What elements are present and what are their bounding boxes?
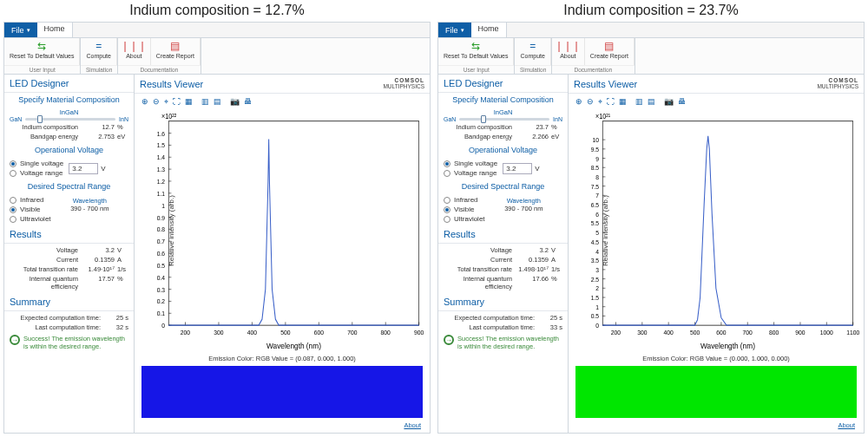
result-current-label: Current <box>444 256 516 264</box>
compute-button-label: Compute <box>520 53 544 59</box>
zoom-out-icon[interactable]: ⊖ <box>587 97 594 107</box>
zoom-extents-icon[interactable]: ⛶ <box>173 97 181 107</box>
tab-home[interactable]: Home <box>37 23 73 37</box>
main-area: LED DesignerSpecify Material Composition… <box>438 75 864 433</box>
led-designer-header: LED Designer <box>438 75 568 93</box>
left-panel: LED DesignerSpecify Material Composition… <box>438 75 569 433</box>
operational-voltage-body: Single voltageVoltage range3.2V <box>438 157 568 179</box>
zoom-in-icon[interactable]: ⊕ <box>141 97 148 107</box>
svg-text:1.4: 1.4 <box>157 153 165 162</box>
compute-button[interactable]: =Compute <box>515 38 550 65</box>
results-viewer-title: Results Viewer <box>140 79 203 89</box>
slider-thumb[interactable] <box>37 115 43 123</box>
svg-text:0.5: 0.5 <box>157 261 165 270</box>
composition-slider[interactable] <box>25 118 115 121</box>
svg-text:600: 600 <box>716 329 726 337</box>
slider-thumb[interactable] <box>481 115 486 123</box>
summary-body: Expected computation time:25 sLast compu… <box>438 311 568 355</box>
success-icon: → <box>444 335 454 345</box>
success-text: Success! The emission wavelength is with… <box>457 335 562 350</box>
voltage-range-radio[interactable]: Voltage range <box>444 168 497 178</box>
zoom-box-icon[interactable]: ⌖ <box>598 97 602 107</box>
voltage-input[interactable]: 3.2 <box>503 163 532 174</box>
ultraviolet-radio[interactable]: Ultraviolet <box>10 214 51 224</box>
copy-data-icon[interactable]: ▥ <box>201 97 209 107</box>
success-message: →Success! The emission wavelength is wit… <box>10 332 128 353</box>
single-voltage-radio[interactable]: Single voltage <box>10 159 63 168</box>
results-head: Results <box>4 225 134 244</box>
zoom-extents-icon[interactable]: ⛶ <box>607 97 615 107</box>
result-voltage-unit: V <box>549 246 562 254</box>
ribbon-body: ⇆Reset To Default ValuesUser Input=Compu… <box>4 38 430 75</box>
about-link[interactable]: About <box>572 420 860 431</box>
result-transition-rate: Total transition rate1.49·10¹⁷1/s <box>10 264 128 274</box>
infrared-radio[interactable]: Infrared <box>10 195 51 205</box>
svg-text:300: 300 <box>637 329 647 337</box>
left-panel: LED DesignerSpecify Material Composition… <box>4 75 135 433</box>
file-menu-button[interactable]: File▾ <box>438 23 471 37</box>
about-button[interactable]: ❘❘❘About <box>118 38 151 65</box>
success-icon: → <box>10 335 20 345</box>
zoom-box-icon[interactable]: ⌖ <box>164 97 168 107</box>
summary-head: Summary <box>4 293 134 311</box>
ribbon-tabs: File▾Home <box>438 23 864 38</box>
svg-text:400: 400 <box>247 329 257 337</box>
visible-radio[interactable]: Visible <box>444 205 485 214</box>
snapshot-icon[interactable]: 📷 <box>664 97 674 107</box>
chart-area: ⊕⊖⌖⛶▦ ▥▤ 📷🖶00.10.20.30.40.50.60.70.80.91… <box>135 94 430 433</box>
spectral-range-info: Wavelength390 - 700 nm <box>51 195 128 224</box>
result-iqe: Internal quantum efficiency17.66% <box>444 274 562 291</box>
reset-button[interactable]: ⇆Reset To Default Values <box>438 38 514 65</box>
create-report-button[interactable]: ▤Create Report <box>585 38 635 65</box>
create-report-button[interactable]: ▤Create Report <box>151 38 201 65</box>
about-link[interactable]: About <box>138 420 426 431</box>
file-menu-button[interactable]: File▾ <box>4 23 37 37</box>
radio-icon <box>10 216 16 223</box>
radio-icon <box>444 216 450 223</box>
visible-radio[interactable]: Visible <box>10 205 51 214</box>
brand-logo: COMSOLMULTIPHYSICS <box>817 78 858 89</box>
grid-toggle-icon[interactable]: ▦ <box>619 97 627 107</box>
zoom-out-icon[interactable]: ⊖ <box>153 97 160 107</box>
composition-slider[interactable] <box>459 118 549 121</box>
reset-button-label: Reset To Default Values <box>444 53 508 59</box>
result-iqe-unit: % <box>549 275 562 290</box>
inn-label: InN <box>119 116 128 122</box>
report-icon: ▤ <box>168 40 182 52</box>
voltage-range-radio[interactable]: Voltage range <box>10 168 63 178</box>
copy-image-icon[interactable]: ▤ <box>648 97 655 107</box>
compute-button[interactable]: =Compute <box>81 38 116 65</box>
summary-body: Expected computation time:25 sLast compu… <box>4 311 134 355</box>
result-voltage: Voltage3.2V <box>444 245 562 255</box>
app-panel-2: Indium composition = 23.7%File▾Home⇆Rese… <box>434 0 868 437</box>
results-body: Voltage3.2VCurrent0.1359ATotal transitio… <box>438 244 568 293</box>
single-voltage-radio-label: Single voltage <box>454 160 497 167</box>
grid-toggle-icon[interactable]: ▦ <box>185 97 193 107</box>
print-icon[interactable]: 🖶 <box>678 97 686 107</box>
expected-time-label: Expected computation time: <box>10 314 104 322</box>
reset-button[interactable]: ⇆Reset To Default Values <box>4 38 80 65</box>
panel-title-1: Indium composition = 12.7% <box>0 0 434 22</box>
print-icon[interactable]: 🖶 <box>244 97 252 107</box>
emission-color-text: Emission Color: RGB Value = (0.000, 1.00… <box>572 353 860 364</box>
about-button[interactable]: ❘❘❘About <box>552 38 585 65</box>
svg-text:500: 500 <box>690 329 700 337</box>
zoom-in-icon[interactable]: ⊕ <box>575 97 582 107</box>
expected-time-value: 25 s <box>538 314 562 322</box>
snapshot-icon[interactable]: 📷 <box>230 97 240 107</box>
copy-data-icon[interactable]: ▥ <box>635 97 643 107</box>
voltage-input[interactable]: 3.2 <box>69 163 98 174</box>
result-voltage-value: 3.2 <box>516 246 549 254</box>
svg-text:1.5: 1.5 <box>591 294 599 303</box>
copy-image-icon[interactable]: ▤ <box>214 97 221 107</box>
infrared-radio[interactable]: Infrared <box>444 195 485 205</box>
svg-text:1.2: 1.2 <box>157 177 165 186</box>
single-voltage-radio[interactable]: Single voltage <box>444 159 497 168</box>
svg-rect-0 <box>168 121 418 325</box>
svg-text:0.1: 0.1 <box>157 310 165 318</box>
ultraviolet-radio[interactable]: Ultraviolet <box>444 214 485 224</box>
infrared-radio-label: Infrared <box>454 196 478 204</box>
tab-home[interactable]: Home <box>471 23 507 37</box>
svg-text:6: 6 <box>595 210 599 218</box>
svg-text:10: 10 <box>593 136 600 145</box>
